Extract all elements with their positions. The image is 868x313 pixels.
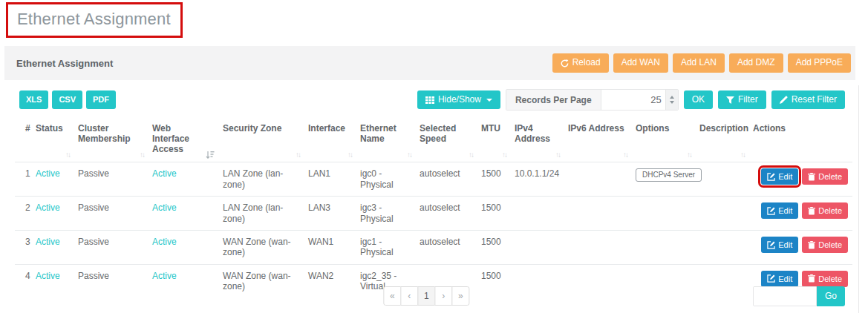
edit-pencil-square-icon [767,173,775,181]
column-header-web-interface-access[interactable]: Web Interface Access [148,119,218,162]
pagination-page-1[interactable]: 1 [417,286,435,306]
edit-button[interactable]: Edit [761,237,798,253]
export-xls-button[interactable]: XLS [19,90,48,108]
table-footer: « ‹ 1 › » Go [15,286,845,307]
add-dmz-button[interactable]: Add DMZ [729,53,783,72]
cell-ipv4-address: 10.0.1.1/24 [510,162,564,197]
sort-icon: ↑↓ [740,151,745,159]
delete-button[interactable]: Delete [802,271,848,287]
add-pppoe-button[interactable]: Add PPPoE [788,53,851,72]
export-csv-button[interactable]: CSV [52,90,82,108]
sort-icon: ↑↓ [502,151,506,159]
toolbar-right: Hide/Show Records Per Page OK Filter [417,89,845,111]
table-row: 3 Active Passive Active WAN Zone (wan-zo… [15,230,852,264]
pagination: « ‹ 1 › » [383,286,469,306]
pagination-previous[interactable]: ‹ [400,286,418,306]
delete-button[interactable]: Delete [802,168,848,185]
table-row: 1 Active Passive Active LAN Zone (lan-zo… [15,162,852,197]
reset-filter-button[interactable]: Reset Filter [771,90,845,109]
cell-options [631,197,695,231]
column-header-ipv6-address[interactable]: IPv6 Address↑↓ [564,119,631,162]
cell-number: 3 [15,230,31,264]
cell-ipv6-address [564,197,631,231]
ethernet-assignment-table: # Status↑↓ Cluster Membership↑↓ Web Inte… [15,119,852,298]
cell-status: Active [31,197,74,231]
column-header-selected-speed[interactable]: Selected Speed↑↓ [415,119,477,162]
scrollbar-track[interactable] [858,85,859,313]
status-link[interactable]: Active [36,271,60,281]
refresh-icon [561,59,569,67]
cell-number: 1 [15,162,31,197]
export-pdf-button[interactable]: PDF [86,90,116,108]
cell-selected-speed: autoselect [415,230,477,264]
cell-interface: WAN1 [304,230,356,264]
delete-button[interactable]: Delete [802,202,848,219]
web-access-link[interactable]: Active [152,168,177,179]
column-header-options[interactable]: Options↑↓ [631,119,695,162]
go-button[interactable]: Go [817,286,845,306]
ok-button[interactable]: OK [684,90,713,109]
cell-cluster-membership: Passive [74,162,148,197]
column-header-ipv4-address[interactable]: IPv4 Address↑↓ [510,119,564,162]
cell-web-interface-access: Active [148,230,218,264]
cell-ethernet-name: igc0 - Physical [356,162,415,197]
status-link[interactable]: Active [36,202,60,213]
cell-ipv6-address [564,230,631,264]
status-link[interactable]: Active [36,168,60,179]
cell-number: 2 [15,197,31,231]
cell-options [631,230,695,264]
cell-selected-speed: autoselect [415,162,477,197]
export-buttons: XLS CSV PDF [19,90,116,108]
reload-button[interactable]: Reload [552,53,609,72]
stepper-down-icon[interactable] [670,101,674,104]
column-header-interface[interactable]: Interface↑↓ [304,119,356,162]
edit-button[interactable]: Edit [761,202,798,219]
cell-security-zone: LAN Zone (lan-zone) [218,197,304,231]
page-header: Ethernet Assignment [0,0,868,46]
web-access-link[interactable]: Active [152,271,177,281]
cell-interface: LAN3 [304,197,356,231]
stepper-up-icon[interactable] [670,96,674,99]
column-header-mtu[interactable]: MTU↑↓ [477,119,510,162]
column-header-status[interactable]: Status↑↓ [31,119,74,162]
add-lan-button[interactable]: Add LAN [673,53,725,72]
filter-button[interactable]: Filter [718,90,766,109]
edit-button[interactable]: Edit [761,168,798,185]
cell-options: DHCPv4 Server [631,162,695,197]
records-per-page-stepper[interactable] [665,90,678,110]
sort-icon: ↑↓ [347,151,352,159]
delete-button[interactable]: Delete [802,237,848,253]
pencil-icon [780,96,788,104]
trash-icon [808,241,815,249]
status-link[interactable]: Active [36,237,60,247]
cell-ethernet-name: igc3 - Physical [356,197,415,231]
cell-ipv4-address [510,230,564,264]
pagination-first[interactable]: « [383,286,401,306]
add-wan-button[interactable]: Add WAN [613,53,668,72]
pagination-last[interactable]: » [451,286,469,306]
table-header-row: # Status↑↓ Cluster Membership↑↓ Web Inte… [15,119,852,162]
hide-show-dropdown[interactable]: Hide/Show [417,90,500,109]
column-header-ethernet-name[interactable]: Ethernet Name↑↓ [356,119,415,162]
trash-icon [808,274,815,283]
chevron-down-icon [486,99,492,102]
cell-mtu: 1500 [477,197,510,231]
edit-pencil-square-icon [767,241,775,249]
column-header-security-zone[interactable]: Security Zone↑↓ [218,119,304,162]
records-per-page-group: Records Per Page [506,89,679,111]
cell-web-interface-access: Active [148,197,218,231]
column-header-cluster-membership[interactable]: Cluster Membership↑↓ [74,119,148,162]
records-per-page-input[interactable] [601,90,665,110]
cell-status: Active [31,230,74,264]
cell-security-zone: LAN Zone (lan-zone) [218,162,304,197]
goto-page-input[interactable] [754,287,817,306]
cell-security-zone: WAN Zone (wan-zone) [218,230,304,264]
web-access-link[interactable]: Active [152,202,177,213]
column-header-description[interactable]: Description↑↓ [695,119,748,162]
pagination-next[interactable]: › [434,286,452,306]
edit-button[interactable]: Edit [761,271,798,287]
records-per-page-label: Records Per Page [506,90,601,110]
web-access-link[interactable]: Active [152,237,177,247]
goto-input-wrap [753,286,817,306]
cell-web-interface-access: Active [148,162,218,197]
